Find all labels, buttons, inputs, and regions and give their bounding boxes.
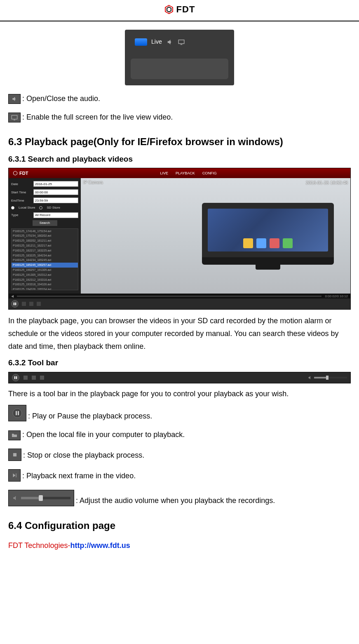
- sd-store-radio[interactable]: [39, 206, 42, 209]
- svg-point-11: [13, 409, 22, 418]
- end-time-label: EndTime: [11, 198, 31, 203]
- progress-time: 0:00:02/0:10:12: [325, 294, 348, 298]
- start-time-label: Start Time: [11, 190, 31, 195]
- file-item[interactable]: P160125_182217_183225.avi: [12, 248, 78, 253]
- section-6-4-title: 6.4 Configuration page: [8, 519, 351, 533]
- playback-interface-figure: FDT LIVE PLAYBACK CONFIG Date 2016-01-25…: [8, 168, 351, 310]
- file-item[interactable]: P160125_184234_185245.avi: [12, 258, 78, 263]
- playback-header: FDT LIVE PLAYBACK CONFIG: [9, 168, 350, 178]
- start-time-input[interactable]: 00:00:00: [33, 189, 78, 195]
- brand-logo: FDT: [164, 3, 195, 16]
- progress-left-handle[interactable]: ◀: [11, 294, 14, 298]
- next-frame-button[interactable]: [37, 302, 41, 306]
- playback-description: In the playback page, you can browser th…: [8, 315, 351, 353]
- toolbar-open-icon[interactable]: [23, 376, 28, 380]
- fullscreen-icon: [8, 113, 21, 122]
- svg-marker-1: [167, 7, 171, 12]
- footer-url-prefix: http://: [70, 541, 91, 550]
- file-item[interactable]: P160125_175154_180202.avi: [12, 233, 78, 238]
- date-input[interactable]: 2016-01-25: [33, 181, 78, 187]
- next-frame-desc: : Playback next frame in the video.: [22, 471, 136, 481]
- local-store-radio[interactable]: [11, 206, 14, 209]
- brand-text: FDT: [176, 3, 195, 16]
- playback-brand: FDT: [13, 170, 28, 176]
- open-file-desc: : Open the local file in your computer t…: [22, 430, 185, 440]
- stop-icon: [8, 449, 21, 461]
- footer-url-host[interactable]: www.fdt.us: [91, 541, 130, 550]
- live-tab-indicator: [135, 38, 147, 46]
- playback-sidebar: Date 2016-01-25 Start Time 00:00:00 EndT…: [9, 178, 81, 294]
- next-frame-icon: [8, 469, 21, 482]
- audio-icon: [8, 94, 21, 104]
- file-item[interactable]: P160125_190257_191305.avi: [12, 268, 78, 273]
- date-label: Date: [11, 182, 31, 186]
- playback-viewport: IP Camera 2016-01-25 18:52:48: [81, 178, 350, 294]
- live-view-figure: Live: [125, 30, 234, 85]
- brand-hexagon-icon: [164, 5, 174, 14]
- page-footer: FDT Technologies-http://www.fdt.us: [8, 541, 351, 551]
- volume-slider-icon: [8, 490, 74, 506]
- play-pause-desc: : Play or Pause the playback process.: [28, 411, 152, 421]
- stop-button[interactable]: [29, 302, 33, 306]
- toolbar-figure: [8, 372, 351, 383]
- svg-rect-3: [180, 44, 182, 45]
- volume-desc: : Adjust the audio volume when you playb…: [76, 496, 275, 506]
- file-item[interactable]: P160125_191305_192312.avi: [12, 273, 78, 277]
- type-select[interactable]: All Record: [33, 212, 78, 218]
- svg-rect-10: [16, 376, 17, 379]
- file-item[interactable]: P160125_180202_181211.avi: [12, 238, 78, 243]
- stop-desc: : Stop or close the playback process.: [23, 450, 144, 461]
- screen-icon: [178, 38, 185, 46]
- video-timestamp: 2016-01-25 18:52:48: [306, 180, 348, 186]
- footer-company: FDT Technologies-: [8, 541, 70, 550]
- svg-rect-9: [14, 376, 15, 379]
- file-item[interactable]: P160125_174146_175154.avi: [12, 229, 78, 234]
- search-button[interactable]: Search: [33, 220, 57, 226]
- file-item[interactable]: P160125_192312_193318.avi: [12, 277, 78, 282]
- svg-marker-6: [14, 171, 17, 175]
- speaker-icon: [166, 38, 174, 46]
- toolbar-next-icon[interactable]: [40, 376, 44, 380]
- control-bar: [9, 298, 350, 309]
- section-6-3-1-title: 6.3.1 Search and playback videos: [8, 154, 351, 165]
- play-pause-icon: [8, 405, 26, 421]
- sd-store-label: SD Store: [47, 205, 60, 210]
- type-label: Type: [11, 213, 31, 217]
- svg-rect-14: [13, 453, 16, 456]
- file-item[interactable]: P160125_183225_184234.avi: [12, 253, 78, 258]
- svg-rect-12: [16, 411, 17, 415]
- open-file-button[interactable]: [22, 302, 26, 306]
- audio-desc: : Open/Close the audio.: [22, 94, 100, 104]
- file-item[interactable]: P160125_194326_195334.avi: [12, 287, 78, 290]
- nav-playback[interactable]: PLAYBACK: [176, 171, 195, 176]
- live-tab-label: Live: [151, 38, 162, 46]
- camera-name: IP Camera: [83, 180, 103, 186]
- svg-rect-7: [14, 303, 14, 305]
- nav-config[interactable]: CONFIG: [202, 171, 217, 176]
- svg-rect-2: [178, 40, 184, 43]
- svg-rect-4: [12, 115, 17, 119]
- file-item[interactable]: P160125_185245_190257.avi: [12, 263, 78, 268]
- file-item[interactable]: P160125_193318_194326.avi: [12, 282, 78, 287]
- toolbar-volume[interactable]: [307, 375, 347, 380]
- section-6-3-title: 6.3 Playback page(Only for IE/Firefox br…: [8, 135, 351, 149]
- svg-rect-5: [14, 120, 15, 120]
- open-file-icon: [8, 430, 21, 440]
- section-6-3-2-title: 6.3.2 Tool bar: [8, 357, 351, 369]
- nav-live[interactable]: LIVE: [160, 171, 169, 176]
- monitor-in-view: [202, 203, 334, 265]
- fullscreen-desc: : Enable the full screen for the live vi…: [22, 112, 173, 122]
- file-list[interactable]: P160125_174146_175154.aviP160125_175154_…: [11, 228, 78, 290]
- toolbar-intro: There is a tool bar in the playback page…: [8, 388, 351, 400]
- pause-button[interactable]: [11, 300, 19, 308]
- local-store-label: Local Store: [19, 205, 35, 210]
- end-time-input[interactable]: 23:59:59: [33, 197, 78, 203]
- toolbar-pause-icon[interactable]: [12, 374, 19, 381]
- toolbar-stop-icon[interactable]: [32, 376, 36, 380]
- file-item[interactable]: P160125_181211_182217.avi: [12, 243, 78, 248]
- progress-bar[interactable]: ◀ 0:00:02/0:10:12: [9, 294, 350, 298]
- svg-rect-13: [18, 411, 19, 415]
- svg-rect-8: [15, 303, 16, 305]
